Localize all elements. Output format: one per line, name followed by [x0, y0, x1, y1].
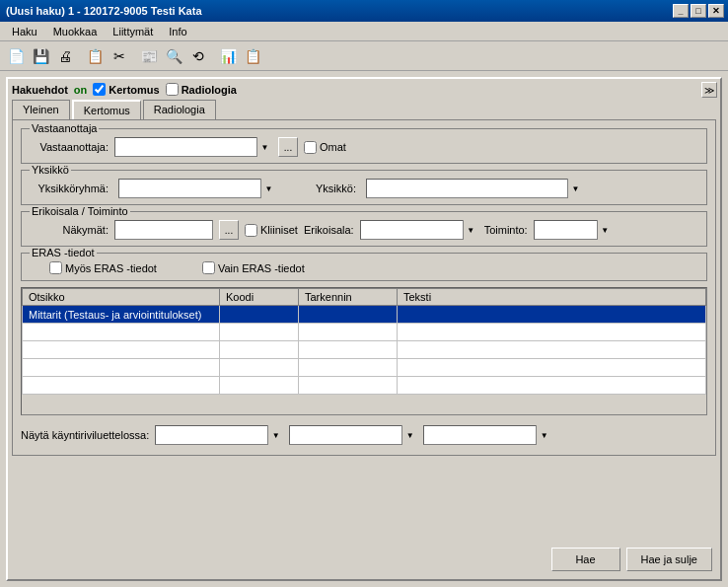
- maximize-button[interactable]: □: [691, 4, 706, 18]
- panel-title: Hakuehdot: [12, 84, 68, 96]
- nayta-select2-wrapper: ▼: [289, 425, 417, 445]
- row3-tarkennin: [299, 341, 398, 359]
- vastaanottaja-row: Vastaanottaja: ▼ ... Omat: [30, 137, 698, 157]
- eras-title: ERAS -tiedot: [30, 247, 97, 258]
- hae-button[interactable]: Hae: [551, 548, 620, 571]
- vastaanottaja-label: Vastaanottaja:: [30, 141, 109, 153]
- row2-koodi: [220, 324, 299, 341]
- data-table-container[interactable]: Otsikko Koodi Tarkennin Teksti Mittarit …: [21, 287, 707, 415]
- yksikko-select[interactable]: [366, 179, 583, 198]
- vastaanottaja-select[interactable]: [114, 137, 272, 157]
- tab-yleinen[interactable]: Yleinen: [12, 100, 70, 119]
- kertomus-checkbox-label[interactable]: Kertomus: [93, 83, 159, 96]
- kliiniset-checkbox[interactable]: [245, 224, 257, 237]
- toolbar-search[interactable]: 🔍: [162, 45, 185, 67]
- toolbar-print[interactable]: 🖨: [53, 45, 77, 67]
- toolbar-refresh[interactable]: ⟲: [186, 45, 210, 67]
- row4-otsikko: [23, 359, 220, 377]
- vain-eras-label[interactable]: Vain ERAS -tiedot: [202, 261, 305, 274]
- table-row[interactable]: [23, 377, 706, 395]
- menu-info[interactable]: Info: [161, 24, 194, 39]
- row5-koodi: [220, 377, 299, 395]
- radiologia-checkbox-label[interactable]: Radiologia: [166, 83, 237, 96]
- table-row[interactable]: [23, 341, 706, 359]
- radiologia-checkbox[interactable]: [166, 83, 179, 96]
- toolbar: 📄 💾 🖨 📋 ✂ 📰 🔍 ⟲ 📊 📋: [0, 41, 728, 71]
- erikoisala-select-wrapper: ▼: [360, 220, 478, 240]
- row1-teksti: [398, 306, 706, 324]
- menu-bar: Haku Muokkaa Liittymät Info: [0, 22, 728, 41]
- toolbar-save[interactable]: 💾: [29, 45, 52, 67]
- menu-haku[interactable]: Haku: [4, 24, 45, 39]
- toiminto-select[interactable]: [534, 220, 613, 240]
- hakuehdot-panel: Hakuehdot on Kertomus Radiologia ≫ Ylein…: [6, 77, 722, 581]
- menu-liittymat[interactable]: Liittymät: [105, 24, 161, 39]
- table-row[interactable]: Mittarit (Testaus- ja arviointitulokset): [23, 306, 706, 324]
- myos-eras-text: Myös ERAS -tiedot: [65, 262, 157, 274]
- tab-kertomus[interactable]: Kertomus: [72, 100, 141, 119]
- nayta-select1[interactable]: [155, 425, 283, 445]
- vastaanottaja-group: Vastaanottaja Vastaanottaja: ▼ ... Omat: [21, 128, 707, 164]
- toolbar-doc[interactable]: 📰: [137, 45, 161, 67]
- tabs: Yleinen Kertomus Radiologia: [12, 100, 716, 119]
- table-row[interactable]: [23, 324, 706, 341]
- kliiniset-label: Kliiniset: [260, 224, 298, 236]
- bottom-bar: Näytä käyntiriviluettelossa: ▼ ▼ ▼: [21, 421, 707, 447]
- hae-sulje-button[interactable]: Hae ja sulje: [626, 548, 712, 571]
- row5-otsikko: [23, 377, 220, 395]
- title-bar-buttons: _ □ ✕: [673, 4, 724, 18]
- omat-checkbox-label[interactable]: Omat: [304, 141, 346, 154]
- yksikkoryhma-select[interactable]: [118, 179, 276, 198]
- nakymat-ellipsis-button[interactable]: ...: [219, 220, 239, 240]
- omat-checkbox[interactable]: [304, 141, 317, 154]
- vain-eras-checkbox[interactable]: [202, 261, 215, 274]
- myos-eras-label[interactable]: Myös ERAS -tiedot: [49, 261, 157, 274]
- nayta-select2[interactable]: [289, 425, 417, 445]
- tab-radiologia[interactable]: Radiologia: [143, 100, 216, 119]
- main-content: Hakuehdot on Kertomus Radiologia ≫ Ylein…: [0, 71, 728, 587]
- erikoisala-label: Erikoisala:: [304, 224, 354, 236]
- toolbar-table[interactable]: 📊: [216, 45, 240, 67]
- title-bar: (Uusi haku) 1 - 120172-9005 Testi Kata _…: [0, 0, 728, 22]
- row2-tarkennin: [299, 324, 398, 341]
- yksikko-group: Yksikkö Yksikköryhmä: ▼ Yksikkö: ▼: [21, 170, 707, 205]
- erikoisala-select[interactable]: [360, 220, 478, 240]
- minimize-button[interactable]: _: [673, 4, 689, 18]
- yksikko-select-wrapper: ▼: [366, 179, 583, 198]
- erikoisala-row: Näkymät: ... Kliiniset Erikoisala: ▼ Toi…: [30, 220, 698, 240]
- vain-eras-text: Vain ERAS -tiedot: [218, 262, 305, 274]
- yksikkoryhma-label: Yksikköryhmä:: [30, 183, 109, 194]
- row1-koodi: [220, 306, 299, 324]
- close-button[interactable]: ✕: [708, 4, 724, 18]
- radiologia-label: Radiologia: [182, 84, 237, 96]
- yksikko-title: Yksikkö: [30, 164, 71, 176]
- omat-label: Omat: [320, 141, 346, 153]
- collapse-button[interactable]: ≫: [701, 82, 717, 98]
- toiminto-label: Toiminto:: [484, 224, 528, 236]
- footer-buttons: Hae Hae ja sulje: [551, 548, 712, 571]
- toolbar-cut[interactable]: ✂: [108, 45, 131, 67]
- toolbar-list[interactable]: 📋: [241, 45, 264, 67]
- yksikko-label: Yksikkö:: [316, 183, 356, 194]
- col-koodi: Koodi: [220, 289, 299, 306]
- toolbar-copy[interactable]: 📋: [83, 45, 107, 67]
- kertomus-checkbox[interactable]: [93, 83, 106, 96]
- tab-content: Vastaanottaja Vastaanottaja: ▼ ... Omat: [12, 119, 716, 456]
- nayta-select3[interactable]: [423, 425, 551, 445]
- row5-teksti: [398, 377, 706, 395]
- vastaanottaja-ellipsis-button[interactable]: ...: [278, 137, 298, 157]
- panel-header: Hakuehdot on Kertomus Radiologia: [12, 83, 716, 96]
- kertomus-label: Kertomus: [109, 84, 159, 96]
- myos-eras-checkbox[interactable]: [49, 261, 62, 274]
- table-row[interactable]: [23, 359, 706, 377]
- menu-muokkaa[interactable]: Muokkaa: [45, 24, 106, 39]
- window-title: (Uusi haku) 1 - 120172-9005 Testi Kata: [6, 5, 202, 17]
- col-otsikko: Otsikko: [23, 289, 220, 306]
- row2-teksti: [398, 324, 706, 341]
- nakymat-input[interactable]: [114, 220, 213, 240]
- col-teksti: Teksti: [398, 289, 706, 306]
- row3-otsikko: [23, 341, 220, 359]
- col-tarkennin: Tarkennin: [299, 289, 398, 306]
- toolbar-new[interactable]: 📄: [4, 45, 28, 67]
- kliiniset-checkbox-label[interactable]: Kliiniset: [245, 224, 298, 237]
